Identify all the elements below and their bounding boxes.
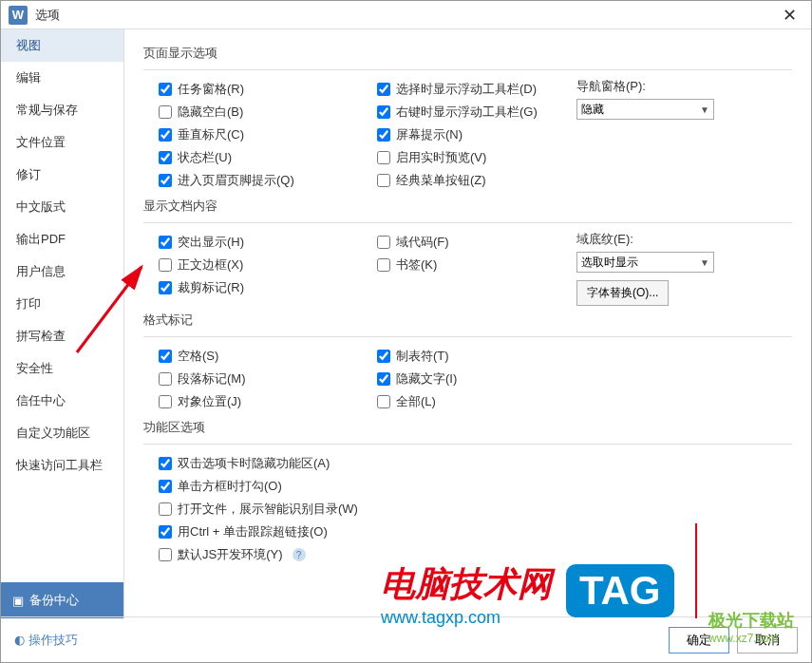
help-icon[interactable]: ? <box>293 548 306 561</box>
cb-classic-menu-btn[interactable]: 经典菜单按钮(Z) <box>362 169 561 192</box>
sidebar-item-chinese-layout[interactable]: 中文版式 <box>1 191 123 223</box>
cb-hidden-text[interactable]: 隐藏文字(I) <box>362 368 561 390</box>
cb-screen-tips[interactable]: 屏幕提示(N) <box>362 123 561 146</box>
cb-ctrl-click-link-input[interactable] <box>159 525 172 539</box>
cb-tabs-input[interactable] <box>377 350 390 363</box>
cb-all-input[interactable] <box>377 395 390 408</box>
cb-paragraph-marks-input[interactable] <box>159 372 172 386</box>
cb-object-position[interactable]: 对象位置(J) <box>143 390 362 413</box>
section-ribbon-options-title: 功能区选项 <box>143 413 792 442</box>
cb-spaces[interactable]: 空格(S) <box>143 345 362 368</box>
cb-highlight-input[interactable] <box>159 236 172 249</box>
cb-task-pane-input[interactable] <box>159 83 172 96</box>
main-area: 视图 编辑 常规与保存 文件位置 修订 中文版式 输出PDF 用户信息 打印 拼… <box>1 29 811 618</box>
cb-select-float-toolbar[interactable]: 选择时显示浮动工具栏(D) <box>362 78 561 101</box>
field-shading-select[interactable]: 选取时显示 ▼ <box>576 252 714 273</box>
cb-open-smart-toc-input[interactable] <box>159 502 172 516</box>
divider <box>143 69 792 70</box>
nav-pane-label: 导航窗格(P): <box>561 78 732 95</box>
cb-crop-marks-input[interactable] <box>159 281 172 294</box>
window-title: 选项 <box>35 7 60 24</box>
section-format-marks-title: 格式标记 <box>143 306 792 334</box>
dropdown-arrow-icon: ▼ <box>700 257 709 268</box>
cb-vertical-ruler-input[interactable] <box>159 128 172 142</box>
cb-hide-blank[interactable]: 隐藏空白(B) <box>143 101 362 123</box>
sidebar-item-security[interactable]: 安全性 <box>1 352 123 385</box>
cb-crop-marks[interactable]: 裁剪标记(R) <box>143 276 362 299</box>
cb-bookmarks-input[interactable] <box>377 258 390 272</box>
ok-button[interactable]: 确定 <box>669 627 729 654</box>
content-panel: 页面显示选项 任务窗格(R) 隐藏空白(B) 垂直标尺(C) 状态栏(U) 进入… <box>124 29 811 618</box>
tips-icon: ◐ <box>14 633 25 647</box>
nav-pane-select[interactable]: 隐藏 ▼ <box>576 99 714 120</box>
cb-classic-menu-btn-input[interactable] <box>377 174 390 187</box>
close-button[interactable]: ✕ <box>775 5 803 26</box>
sidebar-item-view[interactable]: 视图 <box>1 29 123 62</box>
cb-live-preview[interactable]: 启用实时预览(V) <box>362 146 561 169</box>
cb-status-bar[interactable]: 状态栏(U) <box>143 146 362 169</box>
font-substitute-button[interactable]: 字体替换(O)... <box>576 280 669 306</box>
sidebar-item-general-save[interactable]: 常规与保存 <box>1 94 123 126</box>
cb-task-pane[interactable]: 任务窗格(R) <box>143 78 362 101</box>
cb-dblclick-hide-ribbon-input[interactable] <box>159 457 172 470</box>
sidebar-item-edit[interactable]: 编辑 <box>1 62 123 94</box>
nav-pane-value: 隐藏 <box>581 102 604 118</box>
cb-text-border-input[interactable] <box>159 258 172 272</box>
cb-paragraph-marks[interactable]: 段落标记(M) <box>143 368 362 390</box>
cb-header-footer-hint[interactable]: 进入页眉页脚提示(Q) <box>143 169 362 192</box>
cb-click-box-check-input[interactable] <box>159 480 172 493</box>
cb-screen-tips-input[interactable] <box>377 128 390 142</box>
cb-object-position-input[interactable] <box>159 395 172 408</box>
sidebar-item-customize-ribbon[interactable]: 自定义功能区 <box>1 417 123 449</box>
section-doc-content-title: 显示文档内容 <box>143 192 792 220</box>
backup-icon: ▣ <box>12 594 24 608</box>
titlebar: W 选项 ✕ <box>1 1 811 29</box>
sidebar-item-revision[interactable]: 修订 <box>1 159 123 191</box>
cb-tabs[interactable]: 制表符(T) <box>362 345 561 368</box>
cb-highlight[interactable]: 突出显示(H) <box>143 231 362 254</box>
app-icon: W <box>9 6 28 25</box>
cb-header-footer-hint-input[interactable] <box>159 174 172 187</box>
sidebar: 视图 编辑 常规与保存 文件位置 修订 中文版式 输出PDF 用户信息 打印 拼… <box>1 29 124 618</box>
divider <box>143 444 792 445</box>
sidebar-item-quick-access[interactable]: 快速访问工具栏 <box>1 449 123 482</box>
cb-dblclick-hide-ribbon[interactable]: 双击选项卡时隐藏功能区(A) <box>143 452 792 475</box>
sidebar-item-file-location[interactable]: 文件位置 <box>1 126 123 159</box>
backup-label: 备份中心 <box>29 592 79 609</box>
cb-hidden-text-input[interactable] <box>377 372 390 386</box>
cb-open-smart-toc[interactable]: 打开文件，展示智能识别目录(W) <box>143 498 792 521</box>
backup-center-button[interactable]: ▣ 备份中心 <box>1 582 123 618</box>
sidebar-item-output-pdf[interactable]: 输出PDF <box>1 223 123 256</box>
sidebar-item-print[interactable]: 打印 <box>1 288 123 320</box>
cb-rightclick-float-toolbar[interactable]: 右键时显示浮动工具栏(G) <box>362 101 561 123</box>
sidebar-item-user-info[interactable]: 用户信息 <box>1 256 123 288</box>
tips-link[interactable]: ◐ 操作技巧 <box>14 632 78 649</box>
field-shading-value: 选取时显示 <box>581 255 638 271</box>
footer: ◐ 操作技巧 确定 取消 <box>1 616 811 662</box>
cb-vertical-ruler[interactable]: 垂直标尺(C) <box>143 123 362 146</box>
sidebar-item-spell-check[interactable]: 拼写检查 <box>1 320 123 352</box>
sidebar-item-trust-center[interactable]: 信任中心 <box>1 385 123 417</box>
cb-all[interactable]: 全部(L) <box>362 390 561 413</box>
cancel-button[interactable]: 取消 <box>737 627 798 654</box>
cb-text-border[interactable]: 正文边框(X) <box>143 254 362 276</box>
divider <box>143 222 792 223</box>
divider <box>143 336 792 337</box>
cb-click-box-check[interactable]: 单击方框时打勾(O) <box>143 475 792 498</box>
cb-hide-blank-input[interactable] <box>159 105 172 119</box>
cb-ctrl-click-link[interactable]: 用Ctrl + 单击跟踪超链接(O) <box>143 521 792 543</box>
cb-field-codes[interactable]: 域代码(F) <box>362 231 561 254</box>
dropdown-arrow-icon: ▼ <box>700 104 709 115</box>
cb-default-js-dev[interactable]: 默认JS开发环境(Y)? <box>143 543 792 566</box>
cb-spaces-input[interactable] <box>159 350 172 363</box>
cb-live-preview-input[interactable] <box>377 151 390 164</box>
cb-default-js-dev-input[interactable] <box>159 548 172 561</box>
cb-rightclick-float-toolbar-input[interactable] <box>377 105 390 119</box>
cb-select-float-toolbar-input[interactable] <box>377 83 390 96</box>
tips-label: 操作技巧 <box>28 632 78 649</box>
cb-bookmarks[interactable]: 书签(K) <box>362 254 561 276</box>
section-page-display-title: 页面显示选项 <box>143 39 792 67</box>
cb-field-codes-input[interactable] <box>377 236 390 249</box>
cb-status-bar-input[interactable] <box>159 151 172 164</box>
field-shading-label: 域底纹(E): <box>561 231 732 248</box>
